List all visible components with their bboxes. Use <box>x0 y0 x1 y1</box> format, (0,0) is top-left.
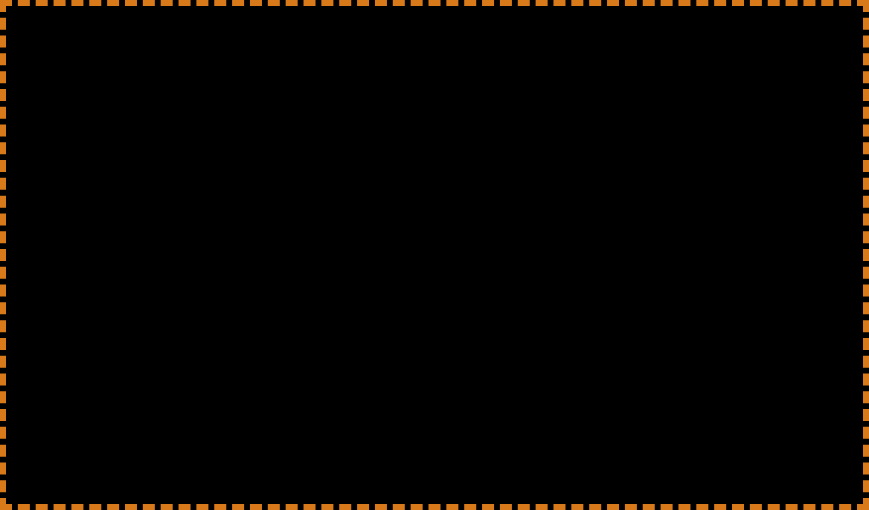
svg-rect-12 <box>181 44 189 48</box>
taskbar-fragment <box>7 498 862 504</box>
canvas-shape <box>142 149 285 266</box>
cut-scissors-icon <box>96 34 112 50</box>
menu-edit[interactable]: 编辑(E) <box>67 9 121 30</box>
menu-draw[interactable]: 绘图 <box>123 9 161 30</box>
help-question-icon <box>210 34 226 50</box>
svg-rect-6 <box>125 39 133 49</box>
svg-rect-8 <box>149 35 155 38</box>
menu-file[interactable]: 文件(F) <box>12 9 65 30</box>
canvas-shape <box>119 66 184 183</box>
canvas-shape <box>209 110 316 188</box>
cut-button[interactable] <box>93 32 115 52</box>
canvas-shape <box>283 122 386 224</box>
svg-rect-1 <box>67 37 75 41</box>
canvas-shapes <box>10 56 859 476</box>
drawing-canvas[interactable] <box>8 54 861 478</box>
about-button[interactable] <box>207 32 229 52</box>
menu-bar: 文件(F) 编辑(E) 绘图 颜色 填充 字体 修改 查看(V) 帮助(H) <box>8 10 861 30</box>
menu-help[interactable]: 帮助(H) <box>379 9 434 30</box>
canvas-shape <box>104 85 208 153</box>
paste-button[interactable] <box>141 32 163 52</box>
toolbar-separator <box>201 34 202 50</box>
svg-rect-9 <box>151 40 158 49</box>
new-button[interactable] <box>12 32 34 52</box>
canvas-shape <box>89 134 248 232</box>
paste-clipboard-icon <box>144 34 160 50</box>
save-button[interactable] <box>60 32 82 52</box>
save-disk-icon <box>63 34 79 50</box>
menu-modify[interactable]: 修改 <box>283 9 321 30</box>
svg-point-13 <box>217 45 219 47</box>
copy-icon <box>120 34 136 50</box>
svg-rect-11 <box>181 36 189 40</box>
status-text: 就绪 <box>14 479 38 496</box>
menu-color[interactable]: 颜色 <box>163 9 201 30</box>
open-folder-icon <box>39 34 55 50</box>
new-file-icon <box>15 34 31 50</box>
toolbar <box>8 30 861 54</box>
open-button[interactable] <box>36 32 58 52</box>
toolbar-separator <box>168 34 169 50</box>
app-window: 文件(F) 编辑(E) 绘图 颜色 填充 字体 修改 查看(V) 帮助(H) <box>7 5 862 497</box>
copy-button[interactable] <box>117 32 139 52</box>
print-button[interactable] <box>174 32 196 52</box>
toolbar-separator <box>87 34 88 50</box>
svg-rect-2 <box>68 43 74 47</box>
menu-fill[interactable]: 填充 <box>203 9 241 30</box>
menu-view[interactable]: 查看(V) <box>323 9 377 30</box>
canvas-shape <box>245 136 269 249</box>
menu-font[interactable]: 字体 <box>243 9 281 30</box>
status-bar: 就绪 <box>8 478 861 496</box>
printer-icon <box>177 34 193 50</box>
